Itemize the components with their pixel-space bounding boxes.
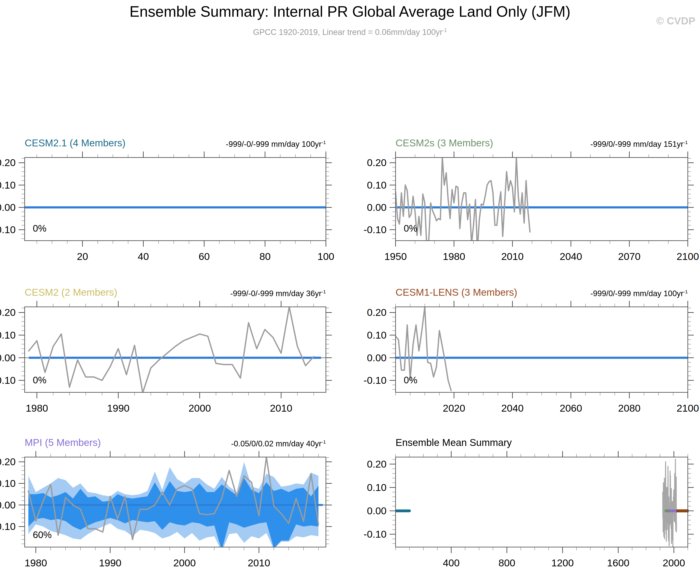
svg-text:0.10: 0.10 xyxy=(367,179,387,191)
panel-header-cesm2s: CESM2s (3 Members) -999/0/-999 mm/day 15… xyxy=(396,135,688,149)
svg-text:0.00: 0.00 xyxy=(367,352,387,363)
plot-cesm2: 19801990200020100.200.100.00-0.100% xyxy=(0,297,338,418)
svg-text:400: 400 xyxy=(443,557,460,569)
panel-model-label: MPI (5 Members) xyxy=(25,437,101,448)
svg-text:800: 800 xyxy=(499,557,515,569)
svg-text:1980: 1980 xyxy=(26,402,48,414)
svg-text:0.20: 0.20 xyxy=(0,157,16,168)
svg-text:2080: 2080 xyxy=(618,402,641,414)
panel-trend-label: -999/0/-999 mm/day 151yr-1 xyxy=(590,140,688,149)
trend-superscript: -1 xyxy=(321,140,326,145)
svg-text:0.20: 0.20 xyxy=(0,307,16,318)
trend-superscript: -1 xyxy=(321,289,326,294)
plot-cesm2s: 1950198020102040207021000.200.100.00-0.1… xyxy=(361,148,700,266)
svg-text:0.10: 0.10 xyxy=(367,329,387,341)
panel-trend-label: -0.05/0/0.02 mm/day 40yr-1 xyxy=(231,439,326,448)
svg-text:2070: 2070 xyxy=(618,251,641,262)
panel-header-cesm1lens: CESM1-LENS (3 Members) -999/0/-999 mm/da… xyxy=(396,284,688,298)
svg-text:0.00: 0.00 xyxy=(0,202,16,213)
svg-text:2060: 2060 xyxy=(560,402,582,414)
svg-text:-0.10: -0.10 xyxy=(364,528,387,540)
plot-mpi: 19801990200020100.200.100.00-0.1060% xyxy=(0,447,338,573)
svg-text:60%: 60% xyxy=(33,530,52,540)
svg-text:0.00: 0.00 xyxy=(0,499,16,511)
trend-text: -999/0/-999 mm/day 100yr xyxy=(590,289,683,298)
svg-text:1990: 1990 xyxy=(107,402,129,414)
svg-text:-0.10: -0.10 xyxy=(0,375,16,386)
trend-text: -0.05/0/0.02 mm/day 40yr xyxy=(231,439,321,448)
svg-text:2100: 2100 xyxy=(677,402,699,414)
cvdp-watermark: © CVDP xyxy=(656,15,695,27)
svg-text:2000: 2000 xyxy=(663,557,685,569)
svg-text:-0.10: -0.10 xyxy=(364,375,387,386)
svg-text:1980: 1980 xyxy=(25,557,47,569)
panel-title: Ensemble Mean Summary xyxy=(396,437,512,448)
panel-model-label: CESM2 (2 Members) xyxy=(25,287,117,298)
svg-text:-0.10: -0.10 xyxy=(364,224,387,235)
trend-text: -999/-0/-999 mm/day 100yr xyxy=(226,140,321,149)
panel-header-ensemble-mean-summary: Ensemble Mean Summary xyxy=(396,435,688,448)
svg-text:2010: 2010 xyxy=(270,402,292,414)
svg-text:-0.10: -0.10 xyxy=(0,224,16,235)
svg-text:2040: 2040 xyxy=(501,402,524,414)
svg-text:-0.10: -0.10 xyxy=(0,521,16,532)
svg-text:0%: 0% xyxy=(33,223,47,234)
svg-text:2000: 2000 xyxy=(173,557,196,569)
svg-text:60: 60 xyxy=(198,251,210,262)
panel-header-mpi: MPI (5 Members) -0.05/0/0.02 mm/day 40yr… xyxy=(25,435,326,448)
svg-text:0%: 0% xyxy=(33,375,47,385)
panel-model-label: CESM1-LENS (3 Members) xyxy=(396,287,517,298)
panel-trend-label: -999/-0/-999 mm/day 100yr-1 xyxy=(226,140,326,149)
svg-text:0.20: 0.20 xyxy=(367,157,387,168)
svg-text:100: 100 xyxy=(317,251,334,262)
svg-text:0.20: 0.20 xyxy=(367,458,387,470)
svg-text:0.10: 0.10 xyxy=(0,179,16,191)
panel-header-cesm21: CESM2.1 (4 Members) -999/-0/-999 mm/day … xyxy=(25,135,326,149)
svg-text:0%: 0% xyxy=(404,375,418,385)
svg-text:0.20: 0.20 xyxy=(0,456,16,467)
trend-superscript: -1 xyxy=(321,439,326,445)
page-title: Ensemble Summary: Internal PR Global Ave… xyxy=(0,3,700,20)
svg-text:2010: 2010 xyxy=(248,557,270,569)
figure-page: Ensemble Summary: Internal PR Global Ave… xyxy=(0,0,700,588)
svg-text:1950: 1950 xyxy=(385,251,407,262)
svg-text:0.00: 0.00 xyxy=(367,202,387,213)
svg-text:2040: 2040 xyxy=(560,251,582,262)
svg-text:2010: 2010 xyxy=(501,251,524,262)
plot-cesm1lens: 202020402060208021000.200.100.00-0.100% xyxy=(361,297,700,418)
svg-text:40: 40 xyxy=(138,251,149,262)
trend-superscript: -1 xyxy=(683,140,688,145)
svg-text:0%: 0% xyxy=(404,223,418,234)
svg-text:0.10: 0.10 xyxy=(0,478,16,489)
svg-text:0.10: 0.10 xyxy=(0,329,16,341)
svg-text:2100: 2100 xyxy=(677,251,699,262)
page-subtitle: GPCC 1920-2019, Linear trend = 0.06mm/da… xyxy=(0,27,700,37)
svg-text:80: 80 xyxy=(259,251,270,262)
svg-text:2000: 2000 xyxy=(188,402,211,414)
plot-cesm21: 204060801000.200.100.00-0.100% xyxy=(0,148,338,266)
trend-text: -999/0/-999 mm/day 151yr xyxy=(590,140,683,149)
trend-text: -999/-0/-999 mm/day 36yr xyxy=(230,289,321,298)
panel-trend-label: -999/-0/-999 mm/day 36yr-1 xyxy=(230,289,326,298)
plot-ensemble-mean-summary: 4008001200160020000.200.100.00-0.10 xyxy=(361,447,700,573)
svg-text:0.10: 0.10 xyxy=(367,482,387,493)
trend-superscript: -1 xyxy=(683,289,688,294)
panel-model-label: CESM2s (3 Members) xyxy=(396,137,493,149)
panel-model-label: CESM2.1 (4 Members) xyxy=(25,137,125,149)
panel-header-cesm2: CESM2 (2 Members) -999/-0/-999 mm/day 36… xyxy=(25,284,326,298)
svg-text:0.00: 0.00 xyxy=(367,505,387,516)
svg-text:1990: 1990 xyxy=(99,557,122,569)
panel-trend-label: -999/0/-999 mm/day 100yr-1 xyxy=(590,289,688,298)
svg-text:0.20: 0.20 xyxy=(367,307,387,318)
svg-text:1200: 1200 xyxy=(551,557,574,569)
svg-text:1980: 1980 xyxy=(443,251,465,262)
subtitle-text: GPCC 1920-2019, Linear trend = 0.06mm/da… xyxy=(253,28,443,37)
svg-text:2020: 2020 xyxy=(443,402,465,414)
subtitle-superscript: -1 xyxy=(443,27,447,33)
svg-text:0.00: 0.00 xyxy=(0,352,16,363)
svg-text:20: 20 xyxy=(77,251,88,262)
svg-text:1600: 1600 xyxy=(607,557,629,569)
